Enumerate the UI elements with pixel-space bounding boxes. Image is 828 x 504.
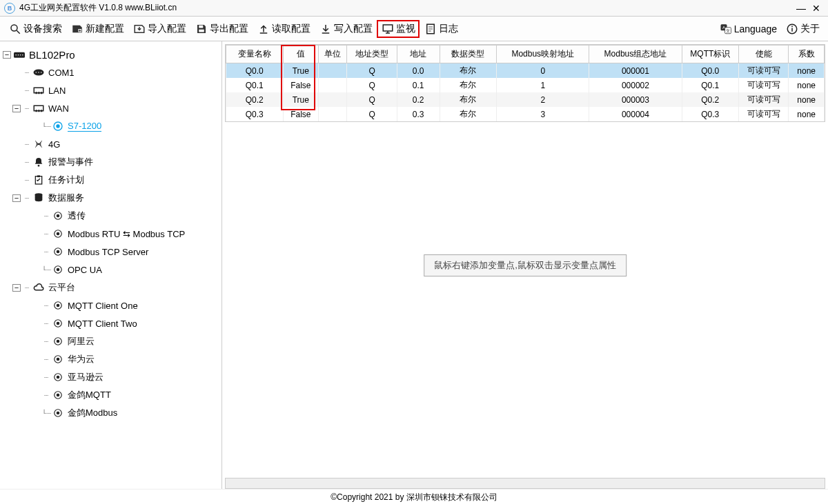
tree-alarm[interactable]: ┈ 报警与事件 — [3, 153, 219, 171]
table-row[interactable]: Q0.3FalseQ0.3布尔3000004Q0.3可读可写none — [226, 107, 825, 121]
col-unit[interactable]: 单位 — [319, 46, 347, 63]
write-config-button[interactable]: 写入配置 — [315, 21, 377, 37]
export-config-button[interactable]: 导出配置 — [190, 21, 253, 37]
new-config-button[interactable]: 新建配置 — [66, 21, 128, 37]
cell-value: True — [283, 92, 319, 107]
tree-kingpigeon-mqtt[interactable]: ┈ 金鸽MQTT — [3, 386, 219, 404]
col-mqtt[interactable]: MQTT标识 — [682, 46, 739, 63]
col-enable[interactable]: 使能 — [739, 46, 789, 63]
tree-aws[interactable]: ┈ 亚马逊云 — [3, 368, 219, 386]
variable-table[interactable]: 变量名称 值 单位 地址类型 地址 数据类型 Modbus映射地址 Modbus… — [226, 45, 825, 121]
tree-4g[interactable]: ┈ 4G — [3, 135, 219, 153]
svg-rect-38 — [38, 110, 39, 112]
tree-huawei[interactable]: ┈ 华为云 — [3, 350, 219, 368]
svg-rect-9 — [383, 25, 393, 31]
cell-addr: 0.1 — [397, 78, 440, 92]
title-bar: B 4G工业网关配置软件 V1.0.8 www.BLiiot.cn — ✕ — [0, 0, 828, 17]
svg-point-50 — [57, 232, 60, 236]
tree-mqtt2[interactable]: ┈ MQTT Client Two — [3, 314, 219, 332]
col-name[interactable]: 变量名称 — [226, 46, 284, 63]
import-icon — [132, 22, 146, 36]
minimize-button[interactable]: — — [793, 3, 809, 14]
tree-opcua[interactable]: └┈ OPC UA — [3, 261, 219, 279]
tree-root[interactable]: − BL102Pro — [3, 46, 219, 63]
col-addr[interactable]: 地址 — [397, 46, 440, 63]
monitor-button[interactable]: 监视 — [377, 20, 420, 38]
col-mbcfg[interactable]: Modbus组态地址 — [589, 46, 682, 63]
svg-text:文: 文 — [726, 28, 730, 32]
collapse-icon[interactable]: − — [12, 284, 21, 292]
col-dtype[interactable]: 数据类型 — [440, 46, 497, 63]
cell-name: Q0.1 — [226, 78, 284, 92]
tree-com1[interactable]: ┈ COM1 — [3, 63, 219, 81]
tree-s71200[interactable]: └┈ S7-1200 — [3, 117, 219, 135]
svg-point-54 — [57, 268, 60, 272]
tree-wan[interactable]: −┈ WAN — [3, 99, 219, 117]
cell-atype: Q — [347, 92, 397, 107]
language-button[interactable]: A文 Language — [715, 21, 781, 37]
svg-rect-5 — [199, 25, 203, 28]
svg-point-26 — [20, 54, 21, 56]
database-icon — [32, 192, 46, 204]
close-button[interactable]: ✕ — [809, 3, 824, 14]
collapse-icon[interactable]: − — [12, 194, 21, 202]
cell-addr: 0.2 — [397, 92, 440, 107]
cell-coef: none — [789, 63, 825, 79]
cell-mqtt: Q0.1 — [682, 78, 739, 92]
tree-modbus-rtu[interactable]: ┈ Modbus RTU ⇆ Modbus TCP — [3, 225, 219, 243]
cell-en: 可读可写 — [739, 78, 789, 92]
cell-atype: Q — [347, 78, 397, 92]
cell-dtype: 布尔 — [440, 92, 497, 107]
svg-point-41 — [56, 124, 59, 128]
tree-mqtt1[interactable]: ┈ MQTT Client One — [3, 296, 219, 314]
tree-task[interactable]: ┈ 任务计划 — [3, 171, 219, 189]
horizontal-scrollbar[interactable] — [225, 478, 825, 489]
target-icon — [51, 120, 65, 132]
footer-copyright: ©Copyright 2021 by 深圳市钡铼技术有限公司 — [0, 489, 828, 504]
device-search-button[interactable]: 设备搜索 — [4, 21, 66, 37]
svg-point-0 — [11, 25, 17, 31]
cell-atype: Q — [347, 63, 397, 79]
device-tree: − BL102Pro ┈ COM1 ┈ LAN −┈ WAN └┈ S7-120… — [0, 41, 222, 489]
log-button[interactable]: 日志 — [420, 21, 462, 37]
tree-kingpigeon-modbus[interactable]: └┈ 金鸽Modbus — [3, 404, 219, 422]
cell-en: 可读可写 — [739, 92, 789, 107]
col-coef[interactable]: 系数 — [789, 46, 825, 63]
target-icon — [51, 407, 65, 419]
antenna-icon — [32, 138, 46, 150]
svg-rect-33 — [36, 92, 37, 94]
cell-dtype: 布尔 — [440, 107, 497, 121]
tree-cloud[interactable]: −┈ 云平台 — [3, 279, 219, 296]
tree-aliyun[interactable]: ┈ 阿里云 — [3, 332, 219, 350]
table-row[interactable]: Q0.0TrueQ0.0布尔0000001Q0.0可读可写none — [226, 63, 825, 79]
cell-name: Q0.3 — [226, 107, 284, 121]
gateway-icon — [12, 48, 26, 61]
svg-rect-39 — [41, 110, 42, 112]
tree-passthrough[interactable]: ┈ 透传 — [3, 207, 219, 225]
collapse-icon[interactable]: − — [12, 105, 21, 112]
tree-modbus-tcp[interactable]: ┈ Modbus TCP Server — [3, 243, 219, 261]
col-addrtype[interactable]: 地址类型 — [347, 46, 397, 63]
cell-dtype: 布尔 — [440, 63, 497, 79]
table-row[interactable]: Q0.1FalseQ0.1布尔1000002Q0.1可读可写none — [226, 78, 825, 92]
toolbar: 设备搜索 新建配置 导入配置 导出配置 读取配置 写入配置 监视 日志 A文 L… — [0, 17, 828, 41]
cell-cfg: 000002 — [589, 78, 682, 92]
cell-value: False — [283, 107, 319, 121]
read-config-button[interactable]: 读取配置 — [253, 21, 315, 37]
table-row[interactable]: Q0.2TrueQ0.2布尔2000003Q0.2可读可写none — [226, 92, 825, 107]
collapse-icon[interactable]: − — [3, 51, 11, 59]
download-icon — [319, 22, 333, 36]
target-icon — [51, 245, 65, 258]
about-button[interactable]: 关于 — [781, 21, 824, 37]
tree-dataservice[interactable]: −┈ 数据服务 — [3, 189, 219, 207]
search-icon — [8, 22, 22, 36]
tree-lan[interactable]: ┈ LAN — [3, 81, 219, 99]
import-config-button[interactable]: 导入配置 — [128, 21, 190, 37]
svg-point-56 — [57, 304, 60, 308]
col-value[interactable]: 值 — [283, 46, 319, 63]
svg-point-25 — [18, 54, 19, 56]
col-mbmap[interactable]: Modbus映射地址 — [497, 46, 589, 63]
target-icon — [51, 317, 65, 330]
cell-unit — [319, 107, 347, 121]
cell-mqtt: Q0.3 — [682, 107, 739, 121]
